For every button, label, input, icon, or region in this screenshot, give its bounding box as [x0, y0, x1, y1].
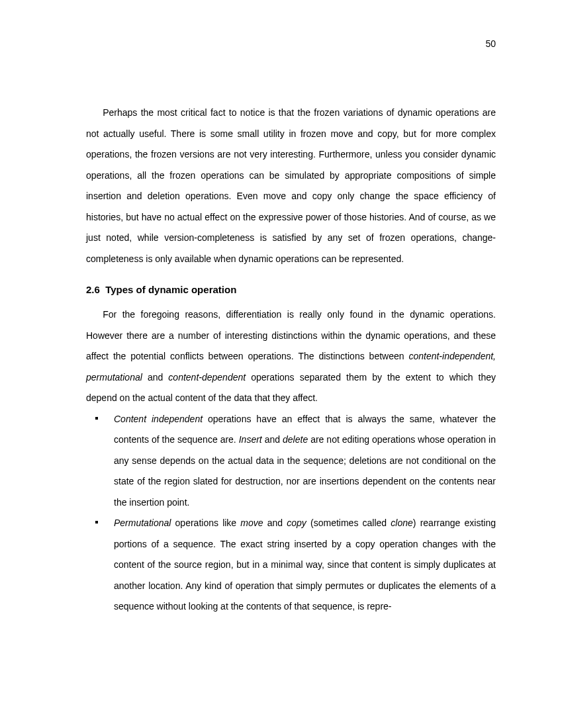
term-move: move	[240, 518, 263, 528]
bullet-list: Content independent operations have an e…	[86, 409, 496, 617]
list-item: Permutational operations like move and c…	[86, 513, 496, 617]
text-run: ) rearrange existing portions of a seque…	[114, 518, 496, 612]
section-title: Types of dynamic operation	[105, 284, 236, 295]
content-block: Perhaps the most critical fact to notice…	[86, 103, 496, 617]
page-number: 50	[485, 38, 496, 49]
term-delete: delete	[283, 434, 308, 445]
paragraph-intro: Perhaps the most critical fact to notice…	[86, 103, 496, 269]
text-run: operations like	[171, 518, 240, 528]
text-run: (sometimes called	[306, 518, 391, 528]
section-heading: 2.6 Types of dynamic operation	[86, 284, 496, 295]
term-clone: clone	[391, 518, 412, 528]
page: 50 Perhaps the most critical fact to not…	[0, 0, 562, 670]
bullet-icon	[95, 521, 98, 523]
text-run: and	[142, 372, 169, 383]
term-copy: copy	[287, 518, 306, 528]
term-permutational: Permutational	[114, 518, 171, 528]
term-content-dependent: content-dependent	[168, 372, 246, 383]
section-number: 2.6	[86, 284, 100, 295]
term-content-independent: Content independent	[114, 414, 203, 424]
term-insert: Insert	[239, 434, 262, 445]
text-run: and	[262, 434, 283, 445]
text-run: and	[263, 518, 287, 528]
list-item: Content independent operations have an e…	[86, 409, 496, 514]
paragraph-section-intro: For the foregoing reasons, differentiati…	[86, 304, 496, 409]
bullet-icon	[95, 417, 98, 420]
text-run: are not editing operations whose operati…	[114, 434, 496, 508]
